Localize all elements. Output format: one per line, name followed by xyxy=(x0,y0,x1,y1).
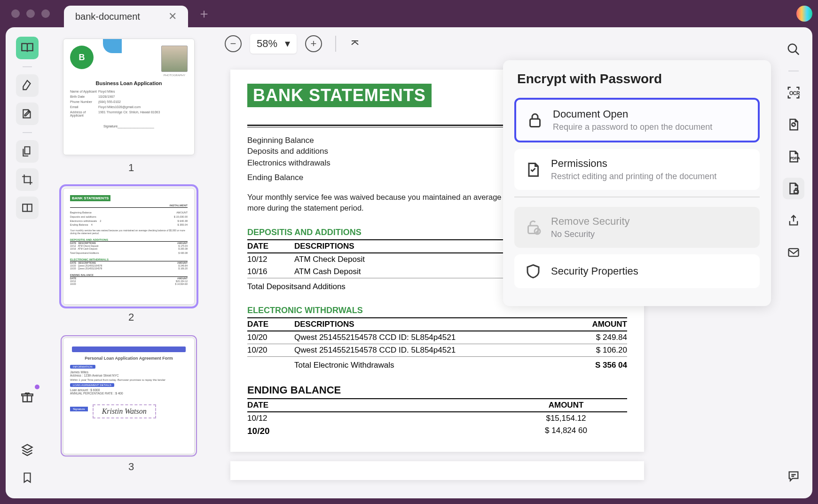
thumb-title: BANK STATEMENTS xyxy=(70,195,110,201)
svg-rect-4 xyxy=(789,249,799,256)
page-thumbnail-2[interactable]: BANK STATEMENTS INSTALMENT Beginning Bal… xyxy=(63,188,195,305)
page-tool-button[interactable] xyxy=(16,140,39,163)
crop-tool-button[interactable] xyxy=(16,168,39,191)
highlight-tool-button[interactable] xyxy=(16,74,39,97)
bookmark-button[interactable] xyxy=(16,466,39,489)
svg-rect-5 xyxy=(530,119,540,127)
option-title: Remove Security xyxy=(551,215,749,228)
zoom-level-select[interactable]: 58% ▾ xyxy=(250,34,297,54)
shield-icon xyxy=(525,263,542,280)
maximize-window-button[interactable] xyxy=(41,9,50,18)
comment-icon xyxy=(787,470,800,483)
thumb-title: Business Loan Application xyxy=(70,80,188,86)
option-subtitle: No Security xyxy=(551,229,749,239)
option-title: Security Properties xyxy=(551,265,749,277)
option-subtitle: Restrict editing and printing of the doc… xyxy=(551,172,749,181)
lock-icon xyxy=(527,112,543,129)
document-title: BANK STATEMENTS xyxy=(247,84,432,107)
edit-text-button[interactable] xyxy=(16,102,39,125)
panel-separator xyxy=(514,197,760,197)
minimize-window-button[interactable] xyxy=(26,9,35,18)
close-window-button[interactable] xyxy=(11,9,20,18)
layers-button[interactable] xyxy=(16,438,39,461)
chevron-down-icon: ▾ xyxy=(285,38,290,50)
option-subtitle: Require a password to open the document xyxy=(553,122,747,132)
edit-document-icon xyxy=(21,108,33,120)
convert-button[interactable] xyxy=(783,114,804,135)
notification-dot-icon xyxy=(35,385,39,389)
encrypt-button[interactable] xyxy=(783,178,804,199)
share-icon xyxy=(787,214,800,227)
thumb-title: Personal Loan Application Agreement Form xyxy=(70,356,188,361)
page-thumbnail-3[interactable]: Personal Loan Application Agreement Form… xyxy=(63,338,195,454)
thumb-number: 2 xyxy=(63,311,199,323)
app-logo-icon xyxy=(796,6,812,22)
comments-button[interactable] xyxy=(783,465,804,487)
window-controls xyxy=(11,9,50,18)
bookmark-icon xyxy=(21,472,33,484)
rail-separator xyxy=(23,66,32,67)
add-tab-button[interactable]: ＋ xyxy=(197,5,211,23)
unlock-icon xyxy=(525,219,542,236)
rail-separator xyxy=(788,71,799,71)
loan-tag: LOAN AGREEMENT DETAILS xyxy=(70,383,114,387)
crop-icon xyxy=(21,173,33,186)
zoom-out-button[interactable]: − xyxy=(225,35,242,52)
encrypt-panel: Encrypt with Password Document Open Requ… xyxy=(503,60,771,306)
photo-label: PHOTOGRAPHY xyxy=(161,74,188,77)
panel-title: Encrypt with Password xyxy=(517,71,760,87)
document-page-next xyxy=(230,461,644,480)
chevron-up-line-icon xyxy=(349,38,361,49)
svg-text:PDF/A: PDF/A xyxy=(790,157,800,160)
pdfa-icon: PDF/A xyxy=(787,150,801,164)
signature: Kristin Watson xyxy=(102,407,147,415)
viewer-toolbar: − 58% ▾ + xyxy=(213,27,775,60)
pdfa-button[interactable]: PDF/A xyxy=(783,146,804,167)
info-tag: INFORMATION xyxy=(70,365,95,369)
left-rail xyxy=(6,27,49,498)
thumb-number: 1 xyxy=(63,162,199,174)
highlighter-icon xyxy=(21,79,33,92)
compare-icon xyxy=(21,202,33,214)
permissions-option[interactable]: Permissions Restrict editing and printin… xyxy=(514,149,760,190)
right-rail: OCR PDF/A xyxy=(775,27,812,498)
layers-icon xyxy=(21,443,34,456)
ocr-button[interactable]: OCR xyxy=(783,82,804,103)
collapse-button[interactable] xyxy=(349,38,361,50)
search-button[interactable] xyxy=(783,39,804,60)
mail-button[interactable] xyxy=(783,242,804,263)
security-properties-option[interactable]: Security Properties xyxy=(514,254,760,288)
ocr-icon: OCR xyxy=(787,86,801,100)
thumb-header-bar xyxy=(72,346,186,352)
title-bar: bank-document ✕ ＋ xyxy=(0,0,818,27)
gift-button[interactable] xyxy=(16,386,39,408)
tab-title: bank-document xyxy=(75,11,140,22)
share-button[interactable] xyxy=(783,210,804,231)
mail-icon xyxy=(787,246,800,259)
thumb-number: 3 xyxy=(63,461,199,473)
ending-balance-header: ENDING BALANCE xyxy=(247,384,627,396)
zoom-in-button[interactable]: + xyxy=(305,35,322,52)
zoom-value: 58% xyxy=(257,38,277,50)
book-open-icon xyxy=(21,41,34,55)
convert-icon xyxy=(787,118,801,132)
rail-separator xyxy=(23,132,32,133)
compare-tool-button[interactable] xyxy=(16,197,39,219)
permissions-icon xyxy=(525,161,542,178)
toolbar-separator xyxy=(335,36,336,52)
applicant-photo xyxy=(161,46,188,72)
reader-mode-button[interactable] xyxy=(16,37,39,59)
option-title: Document Open xyxy=(553,108,747,120)
option-title: Permissions xyxy=(551,158,749,170)
withdrawals-section-header: ELECTRONIC WITHDRWALS xyxy=(247,306,627,315)
document-open-option[interactable]: Document Open Require a password to open… xyxy=(514,98,760,142)
pages-icon xyxy=(21,145,33,158)
svg-text:OCR: OCR xyxy=(789,91,800,96)
tab-close-button[interactable]: ✕ xyxy=(168,10,177,23)
app-body: B PHOTOGRAPHY Business Loan Application … xyxy=(6,27,812,498)
file-lock-icon xyxy=(787,181,801,196)
page-thumbnail-1[interactable]: B PHOTOGRAPHY Business Loan Application … xyxy=(63,39,195,155)
document-tab[interactable]: bank-document ✕ xyxy=(64,6,188,27)
remove-security-option: Remove Security No Security xyxy=(514,207,760,248)
svg-point-0 xyxy=(788,44,797,53)
